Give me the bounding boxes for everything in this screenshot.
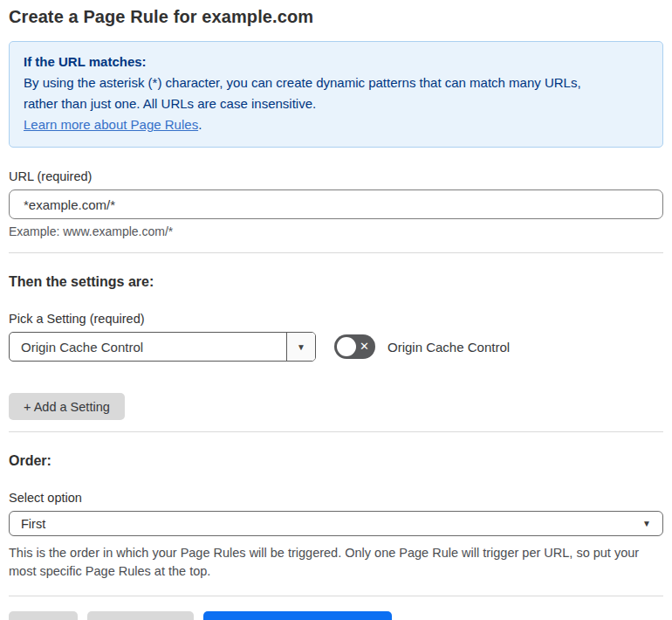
divider — [9, 431, 663, 432]
settings-section-heading: Then the settings are: — [9, 274, 663, 290]
url-example-text: Example: www.example.com/* — [9, 224, 663, 238]
info-box-body-line: rather than just one. All URLs are case … — [24, 93, 648, 114]
pick-setting-label: Pick a Setting (required) — [9, 312, 663, 326]
setting-row: Origin Cache Control ▼ ✕ Origin Cache Co… — [9, 332, 663, 362]
toggle-off-x-icon: ✕ — [360, 341, 369, 352]
order-select-value: First — [21, 517, 45, 531]
info-box-body-line: By using the asterisk (*) character, you… — [24, 72, 648, 93]
toggle-knob — [337, 337, 356, 356]
origin-cache-control-toggle[interactable]: ✕ — [334, 334, 375, 359]
setting-select-value: Origin Cache Control — [10, 333, 286, 361]
order-help-text: This is the order in which your Page Rul… — [9, 544, 662, 581]
divider — [9, 252, 663, 253]
divider — [9, 596, 663, 596]
chevron-down-icon: ▼ — [297, 342, 305, 352]
footer-actions: Cancel Save as Draft Save and Deploy Pag… — [9, 611, 663, 620]
setting-select-arrow-button[interactable]: ▼ — [286, 333, 315, 361]
url-match-info-box: If the URL matches: By using the asteris… — [9, 41, 663, 148]
info-box-heading: If the URL matches: — [24, 52, 648, 72]
save-and-deploy-button[interactable]: Save and Deploy Page Rule — [203, 611, 392, 620]
link-suffix: . — [198, 117, 202, 132]
order-select[interactable]: First ▼ — [9, 511, 663, 536]
toggle-label: Origin Cache Control — [387, 340, 510, 355]
add-setting-button[interactable]: + Add a Setting — [9, 393, 125, 420]
page-rule-form: Create a Page Rule for example.com If th… — [0, 0, 672, 620]
info-box-link-line: Learn more about Page Rules. — [24, 114, 648, 135]
url-input[interactable] — [9, 189, 663, 219]
order-select-label: Select option — [9, 491, 663, 505]
learn-more-link[interactable]: Learn more about Page Rules — [24, 117, 198, 132]
save-as-draft-button[interactable]: Save as Draft — [87, 611, 194, 620]
order-section-heading: Order: — [9, 453, 663, 469]
setting-select[interactable]: Origin Cache Control ▼ — [9, 332, 316, 362]
chevron-down-icon: ▼ — [642, 519, 651, 528]
page-title: Create a Page Rule for example.com — [9, 7, 663, 27]
url-field-label: URL (required) — [9, 169, 663, 183]
cancel-button[interactable]: Cancel — [9, 611, 78, 620]
